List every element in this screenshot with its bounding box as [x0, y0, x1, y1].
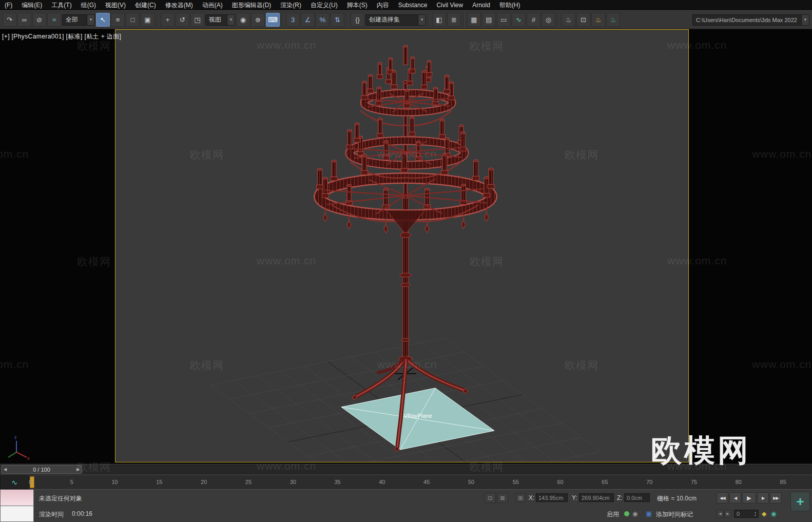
isolate-icon: ⊡ — [488, 495, 492, 501]
next-frame-arrow-icon[interactable]: ▶ — [74, 467, 82, 472]
use-pivot-center-button[interactable]: ◉ — [236, 13, 250, 27]
previous-key-button[interactable]: ◀ — [717, 510, 724, 518]
menu-item[interactable]: 渲染(R) — [276, 0, 306, 10]
menu-item[interactable]: 编辑(E) — [17, 0, 47, 10]
play-button[interactable]: ▶ — [742, 492, 756, 504]
curve-editor-button[interactable]: ∿ — [512, 13, 526, 27]
selection-filter-dropdown-value: 全部 — [63, 15, 87, 24]
previous-frame-button[interactable]: ◀ — [729, 492, 741, 504]
select-by-name-button[interactable]: ≡ — [111, 13, 125, 27]
maxscript-mini-listener[interactable] — [0, 506, 34, 522]
select-scale-button[interactable]: ◳ — [190, 13, 204, 27]
menu-item[interactable]: 内容 — [372, 0, 394, 10]
material-editor-button[interactable]: ◎ — [542, 13, 555, 27]
window-crossing-button[interactable]: ▣ — [141, 13, 154, 27]
unlink-selection-button[interactable]: ⊘ — [32, 13, 46, 27]
menu-item[interactable]: 自定义(U) — [306, 0, 342, 10]
coord-system-dropdown[interactable]: 视图▼ — [205, 14, 235, 26]
render-iterative-button[interactable]: ♨ — [606, 13, 620, 27]
selection-lock-button[interactable]: ⊠ — [497, 493, 508, 503]
add-time-tag[interactable]: 添加时间标记 — [656, 510, 693, 519]
next-key-button[interactable]: ▶ — [724, 510, 731, 518]
menu-item[interactable]: 帮助(H) — [495, 0, 525, 10]
time-config-icon[interactable]: ◉ — [771, 510, 776, 517]
edit-selection-sets-button[interactable]: {} — [351, 13, 364, 27]
vray-plane[interactable]: VRayPlane — [341, 388, 494, 450]
align-button[interactable]: ≣ — [447, 13, 461, 27]
ribbon-toggle-button[interactable]: ▭ — [497, 13, 511, 27]
time-slider-track[interactable] — [1, 465, 811, 474]
mute-toggle-icon[interactable]: ◉ — [632, 510, 637, 517]
render-production-button[interactable]: ♨ — [591, 13, 605, 27]
angle-snap-button[interactable]: ∠ — [301, 13, 315, 27]
x-coord-field[interactable]: 143.95cm — [536, 493, 568, 502]
redo-button[interactable]: ↷ — [3, 13, 16, 27]
layer-explorer-button[interactable]: ▤ — [482, 13, 496, 27]
chandelier-model[interactable] — [316, 45, 494, 451]
marquee-icon: □ — [131, 16, 135, 23]
menu-item[interactable]: 修改器(M) — [161, 0, 198, 10]
scene-explorer-button[interactable]: ▦ — [467, 13, 481, 27]
maxscript-mini-listener-macro[interactable] — [0, 490, 34, 506]
camera-viewport[interactable]: VRayPlane — [115, 29, 689, 462]
scale-icon: ◳ — [194, 16, 200, 23]
transform-typein-toggle[interactable]: ⊞ — [515, 493, 526, 502]
schematic-view-button[interactable]: # — [527, 13, 540, 27]
next-frame-button[interactable]: ▶ — [757, 492, 769, 504]
go-to-start-button[interactable]: ◀◀ — [717, 492, 728, 504]
isolate-selection-button[interactable]: ⊡ — [485, 493, 496, 503]
snap-3d-button[interactable]: 3 — [286, 13, 300, 27]
y-coord-field[interactable]: 269.904cm — [579, 493, 614, 502]
menu-item[interactable]: 脚本(S) — [342, 0, 372, 10]
percent-snap-icon: % — [320, 16, 326, 23]
previous-frame-arrow-icon[interactable]: ◀ — [2, 467, 9, 472]
named-sets-dropdown-value: 创建选择集 — [366, 15, 418, 24]
z-coord-field[interactable]: 0.0cm — [624, 493, 650, 502]
selection-filter-dropdown[interactable]: 全部▼ — [62, 14, 95, 26]
menu-item[interactable]: 组(G) — [76, 0, 101, 10]
toolbar-separator — [463, 14, 465, 26]
viewport-label[interactable]: [+] [PhysCamera001] [标准] [粘土 + 边面] — [2, 32, 121, 41]
select-and-link-button[interactable]: ∞ — [17, 13, 31, 27]
render-setup-button[interactable]: ♨ — [562, 13, 575, 27]
chevron-down-icon[interactable]: ▼ — [418, 15, 426, 25]
mini-curve-editor-button[interactable]: ∿ — [0, 475, 29, 489]
menu-item[interactable]: 图形编辑器(D) — [227, 0, 276, 10]
go-to-end-button[interactable]: ▶▶ — [770, 492, 782, 504]
project-folder-field[interactable]: C:\Users\Han\Documents\3ds Max 2022▼ — [692, 14, 809, 26]
menu-item[interactable]: Arnold — [468, 0, 495, 10]
menu-item[interactable]: 工具(T) — [47, 0, 76, 10]
chevron-down-icon[interactable]: ▼ — [87, 15, 94, 25]
menu-item[interactable]: 视图(V) — [101, 0, 130, 10]
rendered-frame-button[interactable]: ⊡ — [576, 13, 590, 27]
time-slider-handle[interactable]: ◀ 0 / 100 ▶ — [1, 465, 82, 474]
select-cursor-icon: ↖ — [100, 16, 106, 23]
frame-spinner[interactable]: ▴▾ — [755, 511, 756, 517]
menu-item[interactable]: Civil View — [432, 0, 468, 10]
select-rotate-button[interactable]: ↺ — [176, 13, 189, 27]
percent-snap-button[interactable]: % — [316, 13, 330, 27]
named-sets-dropdown[interactable]: 创建选择集▼ — [365, 14, 426, 26]
frame-number-field[interactable]: 0 ▴▾ — [734, 510, 759, 518]
menu-item[interactable]: (F) — [0, 0, 17, 10]
chevron-down-icon[interactable]: ▼ — [227, 15, 235, 25]
enable-green-dot[interactable] — [624, 511, 629, 516]
menu-item[interactable]: Substance — [394, 0, 432, 10]
bind-to-spacewarp-button[interactable]: ≈ — [47, 13, 61, 27]
menu-item[interactable]: 创建(C) — [130, 0, 161, 10]
spinner-down-icon[interactable]: ▾ — [755, 514, 756, 517]
pan-view-button[interactable]: + — [790, 492, 810, 511]
chevron-down-icon[interactable]: ▼ — [801, 15, 809, 25]
keyboard-override-button[interactable]: ⌨ — [266, 13, 280, 27]
spinner-snap-button[interactable]: ⇅ — [331, 13, 344, 27]
keyboard-icon: ⌨ — [268, 16, 278, 23]
mirror-button[interactable]: ◧ — [432, 13, 446, 27]
selection-region-button[interactable]: □ — [126, 13, 140, 27]
select-manipulate-button[interactable]: ⊕ — [251, 13, 265, 27]
menu-item[interactable]: 动画(A) — [198, 0, 227, 10]
frame-tick-label: 60 — [557, 479, 564, 485]
schematic-view-icon: # — [532, 16, 535, 23]
select-object-button[interactable]: ↖ — [96, 13, 110, 27]
select-move-button[interactable]: + — [161, 13, 175, 27]
key-mode-icon[interactable]: ◆ — [762, 510, 766, 517]
